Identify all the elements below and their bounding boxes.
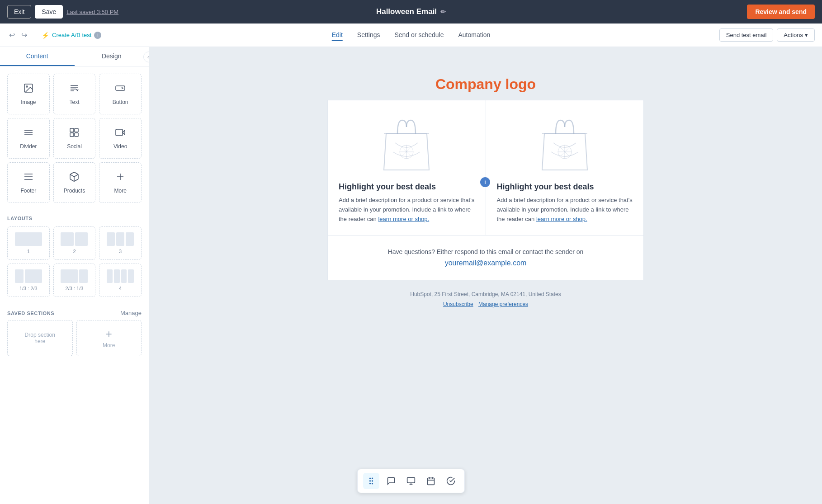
product-1-title: Highlight your best deals (339, 182, 436, 192)
product-1-link[interactable]: learn more or shop. (378, 216, 429, 222)
block-divider-label: Divider (20, 143, 37, 150)
product-2-desc: Add a brief description for a product or… (497, 196, 633, 224)
block-products[interactable]: Products (53, 162, 96, 203)
block-text-label: Text (69, 99, 79, 105)
block-text[interactable]: Text (53, 74, 96, 114)
layout-col (15, 232, 42, 246)
ab-test-link[interactable]: Create A/B test (52, 32, 91, 38)
review-and-send-button[interactable]: Review and send (747, 5, 815, 19)
svg-rect-9 (70, 128, 74, 132)
block-video[interactable]: Video (99, 118, 142, 159)
layout-3[interactable]: 3 (99, 226, 142, 260)
products-section: i (328, 100, 643, 236)
block-button-label: Button (113, 99, 128, 105)
layout-3-label: 3 (119, 249, 122, 254)
layout-col (61, 269, 78, 283)
product-2-image (497, 111, 633, 174)
layout-1-3-2-3-preview (15, 269, 42, 283)
layout-col (25, 269, 42, 283)
product-2-col: Highlight your best deals Add a brief de… (486, 100, 644, 235)
svg-rect-12 (75, 133, 78, 137)
product-2-title: Highlight your best deals (497, 182, 594, 192)
exit-button[interactable]: Exit (7, 5, 31, 19)
email-meta: HubSpot, 25 First Street, Cambridge, MA … (327, 280, 644, 307)
undo-button[interactable]: ↩ (7, 29, 17, 41)
svg-rect-32 (428, 478, 435, 485)
layout-1[interactable]: 1 (7, 226, 50, 260)
block-footer[interactable]: Footer (7, 162, 50, 203)
svg-point-1 (26, 86, 28, 87)
toolbar-comment-button[interactable] (383, 473, 399, 489)
layout-2-3-1-3[interactable]: 2/3 : 1/3 (53, 264, 96, 297)
redo-button[interactable]: ↪ (19, 29, 29, 41)
nav-right: Send test email Actions ▾ (719, 28, 815, 42)
layout-col (114, 269, 120, 283)
block-button[interactable]: Button (99, 74, 142, 114)
layout-1-3-2-3[interactable]: 1/3 : 2/3 (7, 264, 50, 297)
tab-design[interactable]: Design (75, 47, 149, 66)
svg-point-24 (372, 478, 373, 479)
toolbar-calendar-button[interactable] (423, 473, 439, 489)
layout-1-label: 1 (27, 249, 30, 254)
toolbar-drag-button[interactable] (363, 473, 379, 489)
layout-2-label: 2 (73, 249, 76, 254)
edit-title-icon[interactable]: ✏ (440, 8, 446, 15)
chevron-down-icon: ▾ (805, 32, 808, 38)
layout-2[interactable]: 2 (53, 226, 96, 260)
svg-point-23 (370, 478, 371, 479)
ab-test-info-icon[interactable]: i (94, 32, 101, 39)
video-block-icon (115, 127, 126, 141)
more-saved-item[interactable]: + More (76, 320, 142, 356)
block-more-label: More (114, 188, 126, 194)
svg-rect-29 (407, 478, 415, 483)
layouts-header: LAYOUTS (0, 210, 149, 223)
unsubscribe-link[interactable]: Unsubscribe (443, 301, 473, 307)
more-saved-icon: + (106, 328, 112, 340)
block-image[interactable]: Image (7, 74, 50, 114)
bottom-toolbar (357, 469, 465, 493)
toolbar-check-button[interactable] (443, 473, 459, 489)
tab-settings[interactable]: Settings (357, 29, 380, 41)
footer-email-link[interactable]: youremail@example.com (445, 259, 527, 267)
layout-col (107, 269, 113, 283)
product-2-link[interactable]: learn more or shop. (536, 216, 587, 222)
sidebar: « Content Design Image (0, 47, 149, 504)
drop-section-item[interactable]: Drop sectionhere (7, 320, 73, 356)
saved-sections-header: SAVED SECTIONS Manage (0, 304, 149, 320)
info-bubble[interactable]: i (480, 177, 490, 187)
layout-4[interactable]: 4 (99, 264, 142, 297)
meta-links: Unsubscribe Manage preferences (327, 301, 644, 307)
tab-send-or-schedule[interactable]: Send or schedule (394, 29, 444, 41)
svg-rect-11 (70, 133, 74, 137)
nav-center: Edit Settings Send or schedule Automatio… (332, 29, 491, 41)
toolbar-desktop-button[interactable] (403, 473, 419, 489)
main-layout: « Content Design Image (0, 47, 822, 504)
content-blocks-grid: Image Text (0, 66, 149, 210)
layout-col (61, 232, 74, 246)
email-body: i (327, 100, 644, 280)
layout-col (121, 269, 127, 283)
manage-link[interactable]: Manage (120, 310, 142, 316)
image-block-icon (23, 83, 34, 96)
block-social[interactable]: Social (53, 118, 96, 159)
layout-col (107, 232, 115, 246)
tab-edit[interactable]: Edit (332, 29, 343, 41)
send-test-email-button[interactable]: Send test email (719, 28, 774, 42)
svg-point-27 (370, 483, 371, 484)
canvas-area: Company logo i (149, 47, 822, 504)
block-more[interactable]: More (99, 162, 142, 203)
save-button[interactable]: Save (35, 5, 63, 19)
actions-button[interactable]: Actions ▾ (777, 28, 815, 42)
manage-preferences-link[interactable]: Manage preferences (478, 301, 528, 307)
product-1-bag-svg (377, 111, 436, 174)
nav-bar: ↩ ↪ ⚡ Create A/B test i Edit Settings Se… (0, 24, 822, 47)
block-image-label: Image (21, 99, 36, 105)
product-1-image (339, 111, 475, 174)
saved-sections-title: SAVED SECTIONS (7, 311, 54, 316)
tab-content[interactable]: Content (0, 47, 75, 66)
tab-automation[interactable]: Automation (458, 29, 490, 41)
layout-col (126, 232, 134, 246)
sidebar-tabs: Content Design (0, 47, 149, 66)
block-footer-label: Footer (20, 188, 36, 194)
block-divider[interactable]: Divider (7, 118, 50, 159)
